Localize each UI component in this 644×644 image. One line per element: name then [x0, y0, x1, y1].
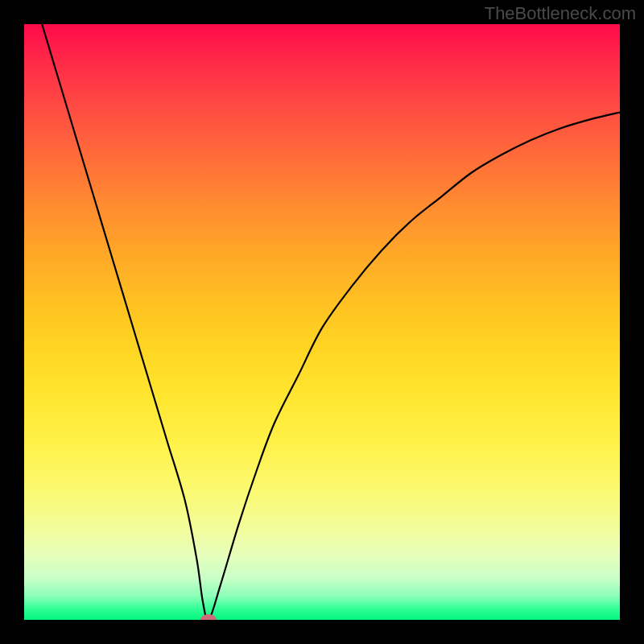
watermark-text: TheBottleneck.com [485, 3, 636, 24]
bottleneck-curve [42, 24, 620, 620]
plot-area [24, 24, 620, 620]
optimal-point-marker [200, 614, 217, 620]
curve-svg [24, 24, 620, 620]
